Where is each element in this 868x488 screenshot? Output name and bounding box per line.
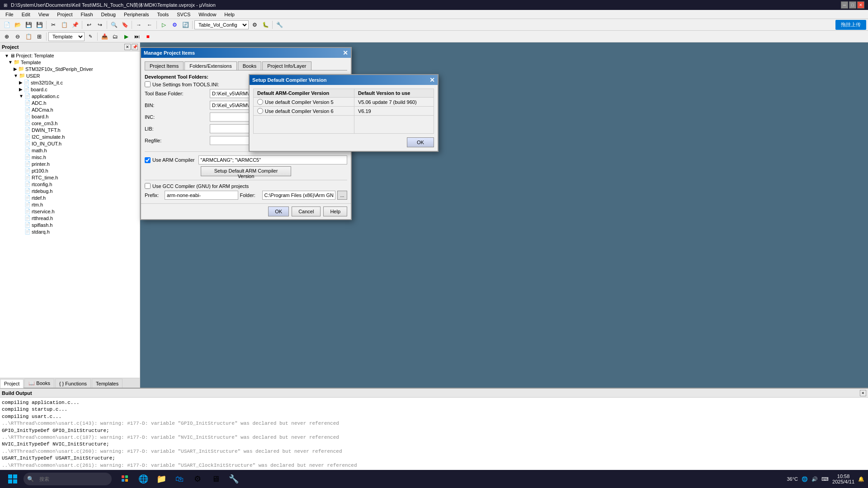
tb2-btn3[interactable]: 📋 [24, 32, 33, 42]
template-dropdown[interactable]: Template [48, 32, 85, 41]
tree-item-user[interactable]: ▼ 📁 USER [1, 72, 139, 79]
open-btn[interactable]: 📂 [13, 20, 23, 30]
dbg-btn[interactable]: 🐛 [260, 20, 270, 30]
taskbar-icon-store[interactable]: 🛍 [171, 471, 188, 487]
tree-item-ioinout[interactable]: 📄 IO_IN_OUT.h [1, 140, 139, 147]
build-output-content[interactable]: compiling application.c...compiling star… [0, 398, 868, 478]
copy-btn[interactable]: 📋 [59, 20, 69, 30]
gcc-folder-input[interactable] [262, 191, 336, 200]
taskbar-icon-settings[interactable]: ⚙ [189, 471, 206, 487]
use-gcc-checkbox[interactable] [145, 183, 151, 189]
redo-btn[interactable]: ↪ [95, 20, 105, 30]
tree-item-stdperiph[interactable]: ▶ 📁 STM32F10x_StdPeriph_Driver [1, 66, 139, 72]
step-btn[interactable]: ⏭ [132, 32, 142, 42]
use-arm-checkbox[interactable] [145, 157, 151, 163]
manage-ok-btn[interactable]: OK [268, 206, 289, 216]
paste-btn[interactable]: 📌 [70, 20, 80, 30]
version5-radio[interactable] [257, 99, 263, 105]
template-edit-btn[interactable]: ✎ [85, 32, 95, 42]
manage-help-btn[interactable]: Help [323, 206, 347, 216]
use-settings-checkbox[interactable] [145, 81, 151, 87]
new-btn[interactable]: 📄 [2, 20, 12, 30]
tree-item-corecm3[interactable]: 📄 core_cm3.h [1, 120, 139, 127]
manage-tab-folders[interactable]: Folders/Extensions [184, 61, 237, 70]
panel-close-btn[interactable]: ✕ [124, 44, 131, 50]
cut-btn[interactable]: ✂ [48, 20, 58, 30]
tree-item-rtdebug[interactable]: 📄 rtdebug.h [1, 188, 139, 194]
taskbar-icon-files[interactable] [117, 471, 133, 487]
rebuild-btn[interactable]: 🔄 [180, 20, 190, 30]
setup-compiler-btn[interactable]: Setup Default ARM Compiler Version [201, 166, 291, 176]
tree-item-rtctime[interactable]: 📄 RTC_time.h [1, 174, 139, 181]
settings-btn[interactable]: 🔧 [274, 20, 284, 30]
version6-radio[interactable] [257, 108, 263, 114]
taskbar-icon-ie[interactable]: 🌐 [135, 471, 151, 487]
cloud-upload-btn[interactable]: 拖挂上传 [835, 20, 866, 30]
tree-item-rtm[interactable]: 📄 rtm.h [1, 201, 139, 208]
tree-item-applic[interactable]: ▼ 📄 application.c [1, 93, 139, 99]
menu-edit[interactable]: Edit [18, 11, 34, 18]
close-button[interactable]: ✕ [857, 1, 864, 9]
manage-tab-project-info[interactable]: Project Info/Layer [262, 61, 311, 70]
menu-file[interactable]: File [2, 11, 17, 18]
tree-item-stm32it[interactable]: ▶ 📄 stm32f10x_it.c [1, 79, 139, 86]
run-thread-btn[interactable]: ▶ [121, 32, 131, 42]
tab-books[interactable]: 📖 Books [24, 379, 54, 388]
tree-item-rtconfig[interactable]: 📄 rtconfig.h [1, 181, 139, 188]
prefix-input[interactable] [165, 191, 238, 200]
stop-btn[interactable]: ■ [143, 32, 153, 42]
minimize-button[interactable]: ─ [841, 1, 848, 9]
undo-btn[interactable]: ↩ [84, 20, 94, 30]
tree-item-template[interactable]: ▼ 📁 Template [1, 59, 139, 66]
tree-item-rtdef[interactable]: 📄 rtdef.h [1, 194, 139, 201]
tb2-btn2[interactable]: ⊖ [13, 32, 23, 42]
menu-debug[interactable]: Debug [98, 11, 119, 18]
manage-tab-project-items[interactable]: Project Items [145, 61, 184, 70]
taskbar-icon-app1[interactable]: 🖥 [208, 471, 224, 487]
menu-tools[interactable]: Tools [154, 11, 173, 18]
outdent-btn[interactable]: ← [145, 20, 155, 30]
arm-compiler-input[interactable] [198, 155, 347, 164]
tab-templates[interactable]: Templates [92, 379, 123, 388]
manage-dialog-close[interactable]: ✕ [343, 49, 348, 56]
target-options-btn[interactable]: ⚙ [250, 20, 259, 30]
gcc-browse-btn[interactable]: ... [337, 191, 347, 200]
tree-item-boardh[interactable]: 📄 board.h [1, 113, 139, 120]
tree-item-i2c[interactable]: 📄 I2C_simulate.h [1, 133, 139, 140]
manage-cancel-btn[interactable]: Cancel [292, 206, 321, 216]
tree-item-printer[interactable]: 📄 printer.h [1, 160, 139, 167]
taskbar-clock[interactable]: 10:58 2025/4/11 [832, 474, 854, 484]
indent-btn[interactable]: → [134, 20, 144, 30]
menu-peripherals[interactable]: Peripherals [120, 11, 153, 18]
compile-btn[interactable]: ▷ [159, 20, 169, 30]
maximize-button[interactable]: □ [849, 1, 856, 9]
start-button[interactable] [4, 470, 22, 488]
tree-item-root[interactable]: ▼ 🖥 Project: Template [1, 52, 139, 59]
find-btn[interactable]: 🔍 [109, 20, 119, 30]
menu-help[interactable]: Help [221, 11, 238, 18]
panel-pin-btn[interactable]: 📌 [132, 44, 138, 50]
build-btn[interactable]: ⚙ [170, 20, 179, 30]
menu-view[interactable]: View [35, 11, 53, 18]
tree-item-dwintft[interactable]: 📄 DWIN_TFT.h [1, 127, 139, 133]
search-input[interactable] [36, 473, 108, 485]
tb2-btn4[interactable]: ⊞ [34, 32, 44, 42]
tree-item-boardc[interactable]: ▶ 📄 board.c [1, 86, 139, 93]
tree-item-pt100[interactable]: 📄 pt100.h [1, 167, 139, 174]
tree-item-rtthread[interactable]: 📄 rtthread.h [1, 215, 139, 221]
compiler-dialog-close[interactable]: ✕ [429, 76, 435, 84]
save-btn[interactable]: 💾 [24, 20, 33, 30]
tab-functions[interactable]: { } Functions [55, 379, 91, 388]
taskbar-icon-folder[interactable]: 📁 [153, 471, 170, 487]
tree-item-adcmah[interactable]: 📄 ADCma.h [1, 106, 139, 113]
menu-flash[interactable]: Flash [77, 11, 97, 18]
insert-btn[interactable]: 📥 [99, 32, 109, 42]
tree-item-math[interactable]: 📄 math.h [1, 147, 139, 154]
menu-project[interactable]: Project [53, 11, 76, 18]
tree-item-misc[interactable]: 📄 misc.h [1, 154, 139, 160]
tree-item-stdarq[interactable]: 📄 stdarq.h [1, 228, 139, 235]
tb2-btn1[interactable]: ⊕ [2, 32, 12, 42]
compiler-ok-btn[interactable]: OK [407, 137, 434, 147]
save-all-btn[interactable]: 💾 [34, 20, 44, 30]
menu-window[interactable]: Window [195, 11, 220, 18]
